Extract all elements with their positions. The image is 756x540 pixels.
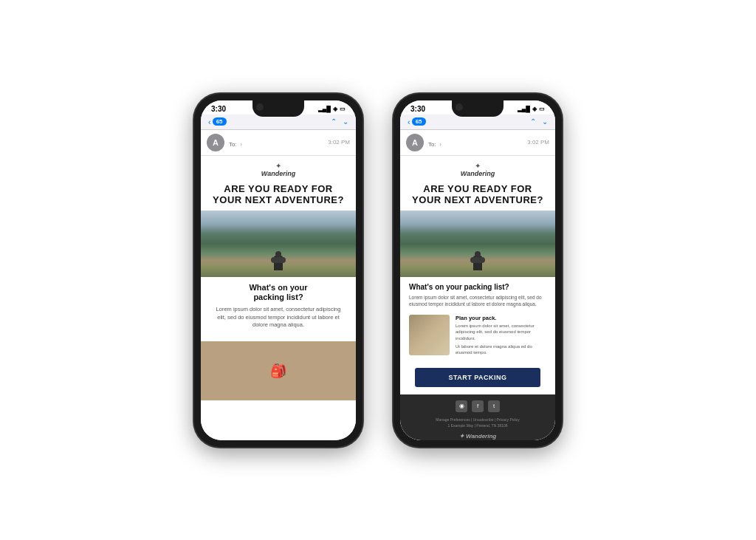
sender-row-1: A To: › 3:02 PM (201, 130, 356, 156)
status-bar-2: 3:30 ▂▄█ ◈ ▭ (400, 100, 555, 115)
product-title-2: Plan your pack. (456, 315, 546, 321)
back-chevron-1[interactable]: ‹ (208, 117, 211, 126)
status-time-2: 3:30 (410, 105, 425, 113)
instagram-icon[interactable]: ◉ (456, 400, 467, 412)
mail-header-2: ‹ 65 ⌃ ⌄ (400, 115, 555, 130)
footer-brand-2: ✦ Wandering (400, 433, 555, 440)
status-icons-2: ▂▄█ ◈ ▭ (518, 106, 545, 112)
mail-back-1[interactable]: ‹ 65 (208, 117, 227, 126)
battery-icon-2: ▭ (539, 106, 545, 112)
gear-image-1: 🎒 (201, 341, 356, 400)
section-title-1: What's on your packing list? (211, 283, 346, 302)
cta-section-2: Start Packing (400, 360, 555, 394)
hiker-figure-1 (274, 256, 283, 270)
footer-brand-icon-2: ✦ (459, 433, 466, 440)
mountains-bg-1 (201, 211, 356, 277)
email-body-1: ✦ Wandering ARE YOU READY FOR YOUR NEXT … (201, 156, 356, 400)
content-section-2: What's on your packing list? Lorem ipsum… (400, 277, 555, 310)
email-body-2: ✦ Wandering ARE YOU READY FOR YOUR NEXT … (400, 156, 555, 440)
twitter-icon[interactable]: t (488, 400, 500, 412)
mountains-bg-2 (400, 211, 555, 277)
product-row-2: Plan your pack. Lorem ipsum dolor sit am… (400, 310, 555, 360)
sender-info-1: To: › (229, 136, 323, 149)
phone-2: 3:30 ▂▄█ ◈ ▭ ‹ 65 ⌃ ⌄ (393, 93, 563, 448)
hero-headline-1: ARE YOU READY FOR YOUR NEXT ADVENTURE? (201, 180, 356, 211)
footer-2: ◉ f t Manage Preferences | Unsubs (400, 394, 555, 440)
battery-icon-1: ▭ (340, 106, 346, 112)
mail-header-1: ‹ 65 ⌃ ⌄ (201, 115, 356, 130)
brand-name-2: Wandering (461, 170, 495, 177)
status-bar-1: 3:30 ▂▄█ ◈ ▭ (201, 100, 356, 115)
content-section-1: What's on your packing list? Lorem ipsum… (201, 277, 356, 335)
product-image-2 (409, 315, 450, 355)
email-content-1: ✦ Wandering ARE YOU READY FOR YOUR NEXT … (201, 156, 356, 440)
scene: 3:30 ▂▄█ ◈ ▭ ‹ 65 ⌃ ⌄ (171, 71, 585, 470)
avatar-1: A (207, 134, 224, 151)
email-scroll-1[interactable]: ✦ Wandering ARE YOU READY FOR YOUR NEXT … (201, 156, 356, 440)
wifi-icon-2: ◈ (532, 106, 537, 112)
start-packing-button[interactable]: Start Packing (415, 368, 540, 387)
unread-badge-1: 65 (213, 117, 227, 126)
wifi-icon-1: ◈ (333, 106, 337, 112)
sender-time-1: 3:02 PM (328, 139, 350, 146)
hero-headline-2: ARE YOU READY FOR YOUR NEXT ADVENTURE? (400, 180, 555, 211)
facebook-icon[interactable]: f (472, 400, 484, 412)
section-body-1: Lorem ipsum dolor sit amet, consectetur … (211, 306, 346, 329)
brand-logo-1: ✦ Wandering (201, 156, 356, 180)
product-text-2: Plan your pack. Lorem ipsum dolor sit am… (456, 315, 546, 356)
brand-icon-1: ✦ (201, 162, 356, 170)
product-body-line2-2: Ut labore et dolore magna aliqua ed do e… (456, 344, 546, 356)
sender-row-2: A To: › 3:02 PM (400, 130, 555, 156)
hiker-figure-2 (473, 256, 482, 270)
email-content-2: ✦ Wandering ARE YOU READY FOR YOUR NEXT … (400, 156, 555, 440)
phone-1: 3:30 ▂▄█ ◈ ▭ ‹ 65 ⌃ ⌄ (193, 93, 363, 448)
mail-back-2[interactable]: ‹ 65 (408, 117, 426, 126)
status-time-1: 3:30 (211, 105, 226, 113)
unread-badge-2: 65 (412, 117, 426, 126)
brand-icon-2: ✦ (400, 162, 555, 170)
nav-up-1[interactable]: ⌃ (331, 117, 337, 126)
status-icons-1: ▂▄█ ◈ ▭ (318, 106, 346, 112)
brand-name-1: Wandering (261, 170, 295, 177)
avatar-2: A (406, 134, 424, 151)
sender-expand-1[interactable]: › (240, 141, 242, 148)
section-title-2: What's on your packing list? (409, 283, 546, 291)
back-chevron-2[interactable]: ‹ (408, 117, 410, 126)
sender-expand-2[interactable]: › (439, 141, 441, 148)
brand-logo-2: ✦ Wandering (400, 156, 555, 180)
sender-info-2: To: › (428, 136, 523, 149)
sender-to-1: To: (229, 141, 237, 148)
section-body-2: Lorem ipsum dolor sit amet, consectetur … (409, 294, 546, 307)
hero-image-1 (201, 211, 356, 277)
nav-down-2[interactable]: ⌄ (542, 117, 548, 126)
signal-icon-1: ▂▄█ (318, 106, 331, 112)
mail-nav-2: ⌃ ⌄ (530, 117, 548, 126)
footer-links-2: Manage Preferences | Unsubscribe | Priva… (400, 417, 555, 428)
gear-items-1: 🎒 (201, 341, 356, 400)
sender-time-2: 3:02 PM (527, 139, 549, 146)
hero-image-2 (400, 211, 555, 277)
signal-icon-2: ▂▄█ (518, 106, 530, 112)
mail-nav-1: ⌃ ⌄ (331, 117, 348, 126)
product-image-inner-2 (409, 315, 450, 355)
product-body-line1-2: Lorem ipsum dolor sit amet, consectetur … (456, 323, 546, 341)
sender-to-2: To: (428, 141, 436, 148)
social-icons-2: ◉ f t (400, 400, 555, 412)
nav-up-2[interactable]: ⌃ (530, 117, 536, 126)
nav-down-1[interactable]: ⌄ (343, 117, 348, 126)
email-scroll-2[interactable]: ✦ Wandering ARE YOU READY FOR YOUR NEXT … (400, 156, 555, 440)
